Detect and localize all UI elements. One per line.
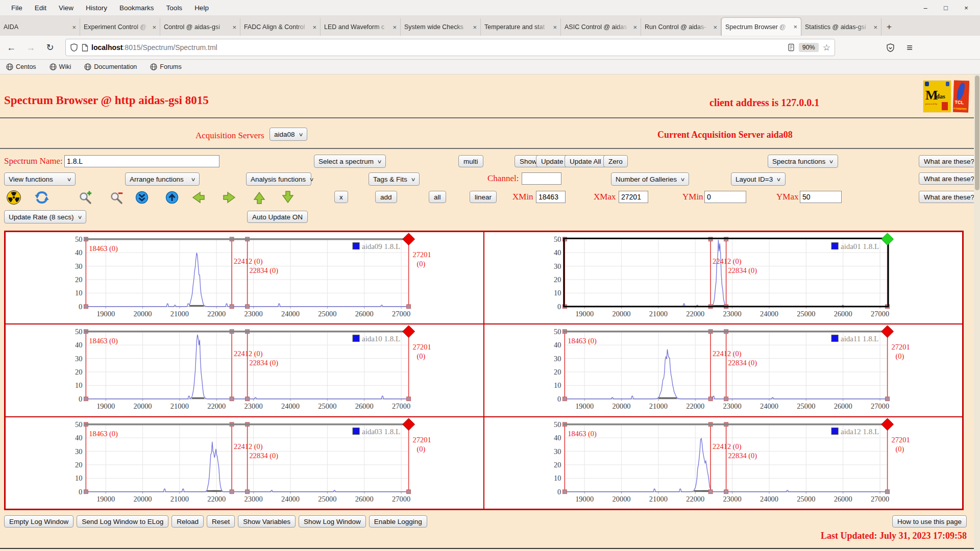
tab-close-icon[interactable]: × bbox=[70, 23, 76, 31]
new-tab-button[interactable]: + bbox=[881, 19, 897, 35]
how-to-use-button[interactable]: How to use this page bbox=[892, 515, 967, 528]
url-text[interactable]: localhost:8015/Spectrum/Spectrum.tml bbox=[91, 43, 788, 52]
status-diamond[interactable] bbox=[403, 418, 415, 431]
status-diamond[interactable] bbox=[403, 233, 415, 245]
spectrum-panel-aida01[interactable]: 1900020000210002200023000240002500026000… bbox=[484, 232, 963, 324]
analysis-functions-dropdown[interactable]: Analysis functions∨ bbox=[246, 172, 311, 186]
x-button[interactable]: x bbox=[334, 191, 348, 203]
expand-y-icon[interactable] bbox=[164, 190, 180, 205]
ymin-input[interactable] bbox=[704, 191, 746, 203]
url-bar[interactable]: localhost:8015/Spectrum/Spectrum.tml 90%… bbox=[65, 39, 835, 56]
tab-close-icon[interactable]: × bbox=[390, 23, 397, 31]
page-info-icon[interactable] bbox=[82, 44, 88, 52]
status-diamond[interactable] bbox=[403, 325, 415, 338]
menu-edit[interactable]: Edit bbox=[29, 2, 53, 14]
update-button[interactable]: Update bbox=[536, 155, 569, 167]
tab-asic-control-aidas[interactable]: ASIC Control @ aidas× bbox=[561, 18, 641, 36]
linear-button[interactable]: linear bbox=[470, 191, 497, 203]
what-are-these-button-2[interactable]: What are these? bbox=[919, 172, 979, 185]
shrink-y-icon[interactable] bbox=[134, 190, 150, 205]
menu-view[interactable]: View bbox=[53, 2, 80, 14]
ymax-input[interactable] bbox=[800, 191, 842, 203]
protections-shield-icon[interactable] bbox=[882, 40, 898, 55]
reader-mode-icon[interactable] bbox=[788, 43, 795, 52]
update-all-button[interactable]: Update All bbox=[565, 155, 606, 167]
close-window-button[interactable]: × bbox=[959, 2, 974, 13]
tab-experiment-control[interactable]: Experiment Control @× bbox=[80, 18, 160, 36]
spectrum-panel-aida03[interactable]: 1900020000210002200023000240002500026000… bbox=[5, 417, 484, 509]
bookmark-wiki[interactable]: Wiki bbox=[50, 63, 71, 70]
pan-right-icon[interactable] bbox=[222, 190, 237, 205]
hamburger-menu-icon[interactable]: ≡ bbox=[901, 40, 918, 55]
tab-close-icon[interactable]: × bbox=[871, 23, 877, 31]
tab-spectrum-browser[interactable]: Spectrum Browser @× bbox=[721, 17, 801, 36]
tab-system-wide-checks[interactable]: System wide Checks× bbox=[401, 18, 481, 36]
enable-logging-button[interactable]: Enable Logging bbox=[369, 515, 427, 528]
pan-up-icon[interactable] bbox=[252, 190, 267, 205]
reset-button[interactable]: Reset bbox=[207, 515, 235, 528]
spectrum-panel-aida10[interactable]: 1900020000210002200023000240002500026000… bbox=[5, 324, 484, 416]
pan-left-icon[interactable] bbox=[190, 190, 206, 205]
reload-button[interactable]: Reload bbox=[172, 515, 204, 528]
xmax-input[interactable] bbox=[619, 191, 648, 203]
multi-button[interactable]: multi bbox=[458, 155, 483, 167]
spectrum-plot-aida11[interactable]: 1900020000210002200023000240002500026000… bbox=[484, 324, 962, 416]
tags-fits-dropdown[interactable]: Tags & Fits∨ bbox=[369, 172, 420, 186]
tab-temperature-and-stat[interactable]: Temperature and stat× bbox=[481, 18, 561, 36]
spectrum-panel-aida12[interactable]: 1900020000210002200023000240002500026000… bbox=[484, 417, 963, 509]
layout-id-dropdown[interactable]: Layout ID=3∨ bbox=[731, 172, 786, 186]
back-icon[interactable]: ← bbox=[3, 40, 19, 55]
tab-close-icon[interactable]: × bbox=[150, 23, 156, 31]
refresh-icon[interactable] bbox=[34, 190, 50, 205]
menu-help[interactable]: Help bbox=[188, 2, 215, 14]
send-log-window-to-elog-button[interactable]: Send Log Window to ELog bbox=[77, 515, 168, 528]
spectra-functions-dropdown[interactable]: Spectra functions∨ bbox=[768, 155, 838, 168]
status-diamond[interactable] bbox=[881, 325, 894, 338]
page-scrollbar[interactable] bbox=[974, 74, 980, 551]
auto-update-button[interactable]: Auto Update ON bbox=[247, 211, 308, 223]
menu-bookmarks[interactable]: Bookmarks bbox=[113, 2, 160, 14]
what-are-these-button-1[interactable]: What are these? bbox=[919, 155, 979, 167]
menu-file[interactable]: File bbox=[5, 2, 29, 14]
tab-close-icon[interactable]: × bbox=[791, 23, 797, 31]
menu-history[interactable]: History bbox=[80, 2, 113, 14]
bookmark-star-icon[interactable]: ☆ bbox=[823, 42, 830, 53]
spectrum-plot-aida03[interactable]: 1900020000210002200023000240002500026000… bbox=[6, 417, 483, 509]
tab-control-aidas-gsi[interactable]: Control @ aidas-gsi× bbox=[160, 18, 240, 36]
pan-down-icon[interactable] bbox=[280, 190, 296, 205]
show-variables-button[interactable]: Show Variables bbox=[238, 515, 296, 528]
acquisition-server-select[interactable]: aida08∨ bbox=[270, 128, 307, 141]
spectrum-plot-aida09[interactable]: 1900020000210002200023000240002500026000… bbox=[6, 232, 483, 323]
tab-close-icon[interactable]: × bbox=[310, 23, 316, 31]
tab-close-icon[interactable]: × bbox=[471, 23, 477, 31]
shield-icon[interactable] bbox=[70, 43, 78, 52]
maximize-window-button[interactable]: □ bbox=[938, 2, 953, 13]
what-are-these-button-3[interactable]: What are these? bbox=[919, 191, 979, 203]
view-functions-dropdown[interactable]: View functions∨ bbox=[4, 172, 76, 186]
show-log-window-button[interactable]: Show Log Window bbox=[299, 515, 366, 528]
zoom-in-icon[interactable] bbox=[78, 190, 93, 205]
empty-log-window-button[interactable]: Empty Log Window bbox=[4, 515, 74, 528]
tab-run-control-aidas[interactable]: Run Control @ aidas-× bbox=[641, 18, 721, 36]
channel-input[interactable] bbox=[522, 172, 561, 185]
status-diamond[interactable] bbox=[881, 233, 894, 245]
status-diamond[interactable] bbox=[881, 418, 894, 431]
tab-aida[interactable]: AIDA× bbox=[0, 18, 80, 36]
scrollbar-thumb[interactable] bbox=[975, 76, 979, 190]
tab-fadc-align-control[interactable]: FADC Align & Control× bbox=[240, 18, 321, 36]
xmin-input[interactable] bbox=[536, 191, 566, 203]
tab-led-and-waveform-c[interactable]: LED and Waveform c× bbox=[321, 18, 401, 36]
tab-close-icon[interactable]: × bbox=[230, 23, 236, 31]
zoom-level-badge[interactable]: 90% bbox=[799, 43, 819, 52]
spectrum-panel-aida09[interactable]: 1900020000210002200023000240002500026000… bbox=[5, 232, 484, 324]
reload-icon[interactable]: ↻ bbox=[42, 40, 58, 55]
all-button[interactable]: all bbox=[429, 191, 446, 203]
spectrum-plot-aida01[interactable]: 1900020000210002200023000240002500026000… bbox=[484, 232, 962, 323]
arrange-functions-dropdown[interactable]: Arrange functions∨ bbox=[125, 172, 200, 186]
zero-button[interactable]: Zero bbox=[603, 155, 628, 167]
tab-close-icon[interactable]: × bbox=[631, 23, 637, 31]
spectrum-plot-aida10[interactable]: 1900020000210002200023000240002500026000… bbox=[6, 324, 483, 416]
tab-statistics-aidas-gsi[interactable]: Statistics @ aidas-gsi× bbox=[801, 18, 881, 36]
spectrum-plot-aida12[interactable]: 1900020000210002200023000240002500026000… bbox=[484, 417, 962, 509]
tab-close-icon[interactable]: × bbox=[711, 23, 717, 31]
